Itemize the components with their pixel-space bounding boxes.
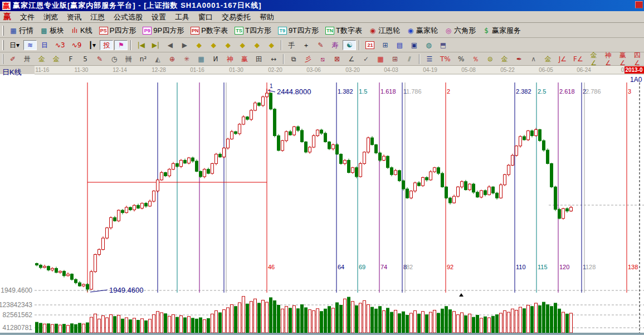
hand-tool-button[interactable]: 手 [285, 40, 298, 50]
quotes-button[interactable]: ▦行情 [7, 25, 36, 37]
sectors-button[interactable]: ▩板块 [37, 25, 67, 37]
parallel-lines-tool[interactable]: ⫽ [403, 54, 416, 64]
gold-circle-tool[interactable]: ⊜ [484, 54, 497, 64]
diamond-plus-button[interactable]: ◆ [250, 40, 264, 50]
win-angle-tool[interactable]: 赢∠ [616, 50, 630, 68]
kline-chart-canvas[interactable]: 1461.382641.5691.61874181.786822922.3821… [0, 66, 644, 335]
diamond-cross-button[interactable]: ◆ [236, 40, 249, 50]
circle-cross-tool[interactable]: ⊕ [165, 54, 179, 64]
9t-square-button[interactable]: T99T四方形 [275, 25, 321, 37]
gann-calendar-button[interactable]: 寿 [328, 40, 341, 50]
t-square-button[interactable]: TST四方形 [232, 25, 274, 37]
kline-button[interactable]: ılıK线 [68, 25, 95, 37]
notes-button[interactable]: ▤ [393, 40, 406, 50]
next-button[interactable]: ▶ [178, 40, 191, 50]
grid-x-tool[interactable]: ▦ [194, 54, 208, 64]
calendar-21-button[interactable]: 21 [363, 40, 377, 50]
box-handle-tool[interactable]: ⧉ [287, 54, 300, 64]
marker-pen-tool[interactable]: ✎ [93, 54, 106, 64]
diamond-left-button[interactable]: ◆ [192, 40, 206, 50]
min3-chart-button[interactable]: ∿3 [52, 40, 68, 50]
t-table-button[interactable]: TNT数字表 [323, 25, 365, 37]
crosshair-tool-button[interactable]: ＋ [299, 40, 313, 50]
j-angle-tool[interactable]: J∠ [556, 54, 569, 64]
mirror-angle-tool[interactable]: ◭ [151, 54, 164, 64]
trend-pen-tool[interactable]: ∠ [345, 54, 358, 64]
annotate-tool-button[interactable]: ✎ [314, 40, 327, 50]
shen-grid-tool[interactable]: 神 [223, 54, 237, 64]
percent-tool[interactable]: % [455, 54, 468, 64]
t-percent-tool[interactable]: T% [437, 54, 453, 64]
fan-lines-tool[interactable]: 彡 [301, 54, 315, 64]
gold-grid-tool[interactable]: 金 [35, 54, 48, 64]
menu-item-0[interactable]: 文件 [16, 12, 39, 22]
f-angle-tool[interactable]: F∠ [570, 54, 586, 64]
last-page-button[interactable]: ▶| [149, 40, 162, 50]
trend-chart-button[interactable]: ≋ [23, 40, 37, 50]
toolbar-grip[interactable] [2, 40, 4, 50]
menu-item-6[interactable]: 工具 [170, 12, 194, 22]
fan-grid-tool[interactable]: ⊠ [330, 54, 344, 64]
pen-note-tool[interactable]: ✒ [513, 54, 526, 64]
gold-grid2-tool[interactable]: 金 [50, 54, 63, 64]
arrow-grid-tool[interactable]: ⊞ [388, 54, 402, 64]
win-grid-tool[interactable]: 赢 [238, 54, 251, 64]
menu-item-4[interactable]: 公式选股 [109, 12, 147, 22]
span-arrow-tool[interactable]: ↔ [267, 54, 280, 64]
gann-wheel-button[interactable]: ◉江恩轮 [366, 25, 403, 37]
period-day-dropdown[interactable]: 日▾ [7, 40, 22, 50]
diamond-right-button[interactable]: ◆ [207, 40, 220, 50]
winner-service-button[interactable]: $赢家服务 [480, 25, 524, 37]
a-wave-tool[interactable]: ∧ [527, 54, 540, 64]
flag-filter-button[interactable]: ⚑ [114, 40, 128, 50]
p-table-button[interactable]: PNP数字表 [188, 25, 231, 37]
n-square-tool[interactable]: n² [136, 54, 150, 64]
menu-item-2[interactable]: 资讯 [62, 12, 86, 22]
save-button[interactable]: ▣ [407, 40, 421, 50]
calculator-button[interactable]: ⊞ [378, 40, 392, 50]
close-button[interactable] [635, 1, 643, 8]
diamond-star-button[interactable]: ◆ [265, 40, 278, 50]
wave-ticks-tool[interactable]: И [209, 54, 222, 64]
system-button[interactable]: ⬒ [436, 40, 450, 50]
smart-analysis-button[interactable]: ☯ [343, 40, 356, 50]
9p-square-button[interactable]: P99P四方形 [140, 25, 187, 37]
toolbar-grip[interactable] [2, 54, 3, 64]
menu-item-7[interactable]: 窗口 [194, 12, 217, 22]
prev-button[interactable]: ◀ [163, 40, 177, 50]
gann-marks-button[interactable]: 投 [100, 40, 113, 50]
ruler-list-tool[interactable]: ☰ [423, 54, 436, 64]
report-button[interactable]: 目 [38, 40, 51, 50]
gold-line-tool[interactable]: 金 [498, 54, 511, 64]
knife-tool[interactable]: ✐ [6, 54, 19, 64]
box-grid-tool[interactable]: 田 [252, 54, 266, 64]
menu-item-1[interactable]: 浏览 [39, 12, 62, 22]
hexagon-button[interactable]: ◎六角形 [442, 25, 479, 37]
world-clock-button[interactable]: ◍ [422, 40, 435, 50]
v-check-tool[interactable]: ✓ [359, 54, 373, 64]
gold-line2-tool[interactable]: 金 [541, 54, 555, 64]
menu-item-9[interactable]: 帮助 [255, 12, 279, 22]
menu-item-8[interactable]: 交易委托 [217, 12, 255, 22]
five-grid-tool[interactable]: 5 [79, 54, 92, 64]
f-grid-tool[interactable]: F [64, 54, 77, 64]
candle-style-dropdown[interactable]: ┃▾ [85, 40, 99, 50]
small-wheel-tool[interactable]: ✳ [180, 54, 193, 64]
grid-comb-tool[interactable]: 卅 [21, 54, 34, 64]
red-grid-tool[interactable]: ▦ [374, 54, 387, 64]
diamond-both-button[interactable]: ◆ [221, 40, 235, 50]
min9-chart-button[interactable]: ∿9 [69, 40, 85, 50]
si-angle-tool[interactable]: 四∠ [631, 50, 644, 68]
toolbar-grip[interactable] [2, 26, 4, 36]
grid-comb2-tool[interactable]: 卌 [122, 54, 135, 64]
clock-cycle-tool[interactable]: ◷ [108, 54, 121, 64]
menu-item-3[interactable]: 江恩 [86, 12, 109, 22]
fan-box-tool[interactable]: ⧅ [316, 54, 329, 64]
menu-item-5[interactable]: 设置 [147, 12, 170, 22]
shen-angle-tool[interactable]: 神∠ [602, 50, 615, 68]
first-page-button[interactable]: |◀ [134, 40, 148, 50]
title-bar[interactable]: 赢 赢家江恩专业版[赢家内部服务平台] - [上证指数 SH1A0001-167… [0, 0, 644, 11]
gold-angle-tool[interactable]: 金∠ [587, 50, 601, 68]
p-square-button[interactable]: PSP四方形 [96, 25, 139, 37]
percent-line-tool[interactable]: ％ [469, 54, 482, 64]
